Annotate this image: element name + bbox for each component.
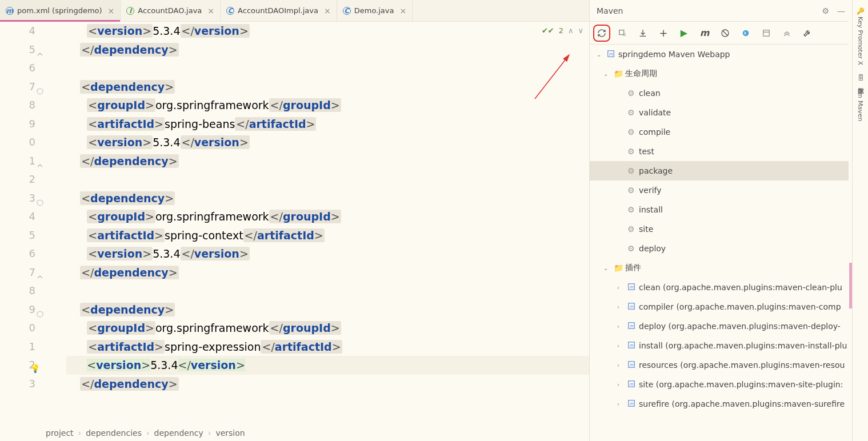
fold-icon[interactable] [37,157,43,163]
reload-icon[interactable] [597,28,607,38]
svg-text:m: m [630,343,634,347]
svg-text:m: m [630,362,634,367]
expand-icon[interactable]: › [617,304,624,310]
svg-text:G: G [623,33,626,37]
inspections-widget[interactable]: ✔✔2 ∧∨ [542,26,583,35]
editor-tab[interactable]: mpom.xml (springdemo)× [0,0,121,21]
tree-node[interactable]: ⌄mspringdemo Maven Webapp [590,45,852,64]
maven-module-icon: m [627,283,635,292]
wrench-icon[interactable] [802,28,813,38]
svg-text:m: m [630,304,634,308]
tool-window-tab[interactable]: 🔑Key Promoter X [857,7,864,65]
folder-icon: 📁 [614,263,622,272]
fold-icon[interactable] [37,82,43,89]
fold-icon[interactable] [37,305,43,312]
file-icon: m [6,7,14,15]
toggle-skip-tests-icon[interactable] [720,28,730,38]
show-diagram-icon[interactable] [761,28,771,38]
collapse-icon[interactable] [782,28,792,38]
fold-icon[interactable] [37,268,43,275]
svg-text:m: m [630,382,634,386]
code-editor[interactable]: <version>5.3.4</version> </dependency> <… [46,22,589,425]
tree-node[interactable]: ›mcompiler (org.apache.maven.plugins:mav… [590,297,852,316]
tool-tab-icon: 🗄 [857,74,864,81]
tree-node[interactable]: ⚙test [590,142,852,161]
tree-node[interactable]: ⚙clean [590,83,852,103]
tree-node[interactable]: ⚙validate [590,103,852,122]
tree-node[interactable]: ›mclean (org.apache.maven.plugins:maven-… [590,278,852,297]
expand-icon[interactable]: › [617,323,624,330]
gear-icon: ⚙ [627,147,635,156]
fold-icon[interactable] [37,194,43,201]
tree-node[interactable]: ⚙install [590,200,852,219]
expand-icon[interactable]: ⌄ [603,71,610,77]
tree-node[interactable]: ⌄📁生命周期 [590,64,852,83]
run-icon[interactable]: ▶ [679,28,689,38]
folder-icon: 📁 [614,69,622,78]
gear-icon: ⚙ [627,166,635,175]
expand-icon[interactable]: › [617,401,624,407]
download-icon[interactable] [638,28,648,38]
breadcrumb-item[interactable]: version [215,428,245,438]
expand-icon[interactable]: › [617,343,624,349]
gear-icon: ⚙ [627,186,635,195]
tool-tab-icon: 🔑 [857,7,864,14]
breadcrumb-item[interactable]: dependency [154,428,203,438]
tree-node[interactable]: ⚙compile [590,122,852,142]
gear-icon: ⚙ [627,89,635,98]
file-icon: I [126,7,134,15]
maven-module-icon: m [607,50,615,59]
editor-tabs: mpom.xml (springdemo)×IAccountDAO.java×C… [0,0,589,22]
gear-icon: ⚙ [627,244,635,253]
expand-icon[interactable]: ⌄ [603,265,610,271]
fold-icon[interactable] [37,45,43,52]
tree-node[interactable]: ›msite (org.apache.maven.plugins:maven-s… [590,375,852,394]
tree-node[interactable]: ⚙site [590,219,852,239]
gear-icon: ⚙ [627,224,635,234]
svg-text:m: m [630,401,634,406]
maven-module-icon: m [627,399,635,409]
tree-node[interactable]: ›mdeploy (org.apache.maven.plugins:maven… [590,316,852,336]
close-icon[interactable]: × [400,6,407,15]
tree-node[interactable]: ›minstall (org.apache.maven.plugins:mave… [590,336,852,355]
tree-node[interactable]: ›msurefire (org.apache.maven.plugins:mav… [590,394,852,414]
svg-text:m: m [630,284,634,289]
tool-tab-icon: m [857,92,864,98]
breadcrumb-item[interactable]: dependencies [86,428,142,438]
tree-node[interactable]: ⚙verify [590,181,852,200]
close-icon[interactable]: × [207,6,214,15]
tree-node[interactable]: ⌄📁插件 [590,258,852,278]
svg-text:m: m [630,323,634,328]
offline-icon[interactable] [741,28,751,38]
maven-module-icon: m [627,380,635,390]
tool-window-tab[interactable]: mMaven [857,92,864,121]
maven-toolbar: G + ▶ m [590,22,852,45]
maven-panel: Maven ⚙ — G + ▶ m ⌄mspringdemo Maven Web… [589,0,852,441]
gear-icon[interactable]: ⚙ [822,6,829,15]
maven-module-icon: m [627,322,635,331]
tool-window-tab[interactable]: 🗄数据库 [856,74,865,83]
minimize-icon[interactable]: — [837,6,845,15]
add-icon[interactable]: + [658,28,669,38]
editor-tab[interactable]: CDemo.java× [337,0,413,21]
editor-tab[interactable]: CAccountDAOImpl.java× [221,0,337,21]
file-icon: C [343,7,351,15]
expand-icon[interactable]: › [617,362,624,368]
editor-tab[interactable]: IAccountDAO.java× [121,0,221,21]
maven-module-icon: m [627,360,635,370]
close-icon[interactable]: × [324,6,331,15]
maven-panel-title: Maven [597,6,623,15]
maven-module-icon: m [627,302,635,312]
close-icon[interactable]: × [108,6,115,15]
expand-icon[interactable]: › [617,284,624,291]
tree-node[interactable]: ⚙deploy [590,239,852,258]
tree-node[interactable]: ›mresources (org.apache.maven.plugins:ma… [590,355,852,375]
gear-icon: ⚙ [627,108,635,117]
tree-node[interactable]: ⚙package [590,161,852,181]
breadcrumb[interactable]: project›dependencies›dependency›version [0,425,589,441]
breadcrumb-item[interactable]: project [46,428,74,438]
maven-icon[interactable]: m [699,28,710,38]
expand-icon[interactable]: › [617,382,624,388]
generate-sources-icon[interactable]: G [617,28,627,38]
expand-icon[interactable]: ⌄ [597,51,603,58]
